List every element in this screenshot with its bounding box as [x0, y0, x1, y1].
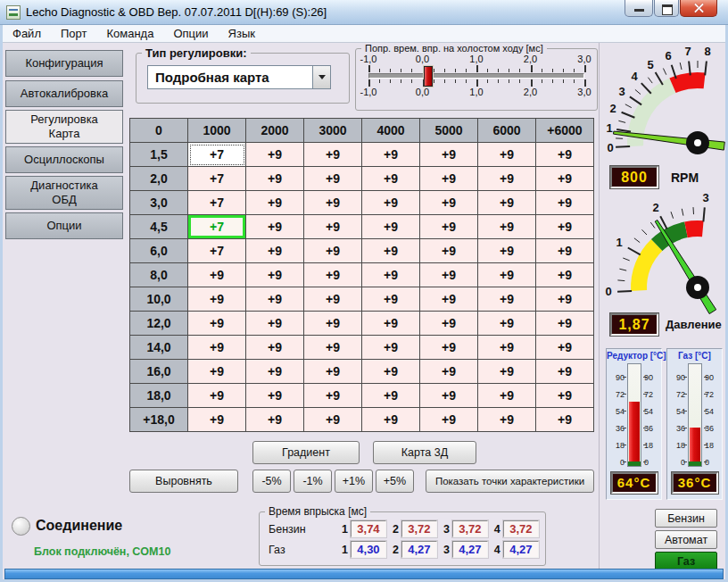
map-cell[interactable]: +9: [188, 312, 246, 336]
map-cell[interactable]: +9: [536, 167, 594, 191]
map-cell[interactable]: +9: [478, 360, 536, 384]
map-cell[interactable]: +9: [304, 263, 362, 287]
map-cell[interactable]: +9: [478, 215, 536, 239]
map-cell[interactable]: +9: [536, 191, 594, 215]
map-cell[interactable]: +9: [304, 287, 362, 312]
minus-1-percent-button[interactable]: -1%: [294, 470, 332, 493]
map-cell[interactable]: +9: [478, 336, 536, 360]
show-characteristic-points-button[interactable]: Показать точки характеристики: [426, 470, 594, 493]
map-cell[interactable]: +9: [246, 287, 304, 312]
sidebar-item-autocalibration[interactable]: Автокалибровка: [5, 80, 123, 107]
map-cell[interactable]: +9: [420, 167, 478, 191]
minimize-button[interactable]: [625, 0, 653, 17]
sidebar-item-configuration[interactable]: Конфигурация: [5, 50, 123, 77]
align-button[interactable]: Выровнять: [129, 470, 238, 493]
combobox-dropdown-button[interactable]: [312, 65, 331, 89]
map-cell[interactable]: +7: [188, 143, 246, 167]
adjustment-type-combobox[interactable]: Подробная карта: [147, 65, 331, 89]
map-cell[interactable]: +9: [420, 239, 478, 263]
map-cell[interactable]: +9: [246, 215, 304, 239]
map-cell[interactable]: +9: [536, 384, 594, 408]
map-cell[interactable]: +9: [304, 408, 362, 432]
gradient-button[interactable]: Градиент: [252, 441, 360, 464]
map-cell[interactable]: +9: [246, 336, 304, 360]
map-cell[interactable]: +9: [536, 287, 594, 312]
map-cell[interactable]: +9: [478, 263, 536, 287]
menu-port[interactable]: Порт: [51, 27, 96, 40]
maximize-button[interactable]: [654, 0, 679, 17]
fuel-mode-auto-button[interactable]: Автомат: [655, 530, 717, 549]
map-cell[interactable]: +9: [246, 239, 304, 263]
map-cell[interactable]: +9: [304, 312, 362, 336]
close-button[interactable]: [680, 0, 717, 17]
map-cell[interactable]: +9: [420, 384, 478, 408]
map-cell[interactable]: +9: [246, 408, 304, 432]
map-cell[interactable]: +9: [188, 263, 246, 287]
map-cell[interactable]: +9: [420, 263, 478, 287]
map-cell[interactable]: +9: [246, 263, 304, 287]
plus-5-percent-button[interactable]: +5%: [376, 470, 414, 493]
map-cell[interactable]: +9: [420, 360, 478, 384]
map-cell[interactable]: +9: [478, 384, 536, 408]
map-cell[interactable]: +9: [478, 167, 536, 191]
map-cell[interactable]: +9: [420, 287, 478, 312]
map-cell[interactable]: +7: [188, 167, 246, 191]
sidebar-item-oscilloscopes[interactable]: Осциллоскопы: [5, 146, 123, 173]
map-cell[interactable]: +9: [362, 360, 420, 384]
map-cell[interactable]: +9: [362, 312, 420, 336]
map-cell[interactable]: +9: [478, 239, 536, 263]
map-cell[interactable]: +9: [420, 336, 478, 360]
map-cell[interactable]: +9: [304, 384, 362, 408]
combobox-value[interactable]: Подробная карта: [147, 65, 312, 89]
map-cell[interactable]: +9: [536, 239, 594, 263]
map-cell[interactable]: +9: [420, 408, 478, 432]
sidebar-item-map-adjustment[interactable]: Регулировка Карта: [5, 110, 123, 144]
map-cell[interactable]: +9: [478, 287, 536, 312]
map-cell[interactable]: +9: [362, 408, 420, 432]
map-cell[interactable]: +9: [478, 191, 536, 215]
plus-1-percent-button[interactable]: +1%: [335, 470, 373, 493]
map-cell[interactable]: +7: [188, 239, 246, 263]
map-cell[interactable]: +9: [246, 143, 304, 167]
sidebar-item-obd-diagnostics[interactable]: Диагностика ОБД: [5, 176, 123, 210]
map-cell[interactable]: +9: [304, 215, 362, 239]
map-cell[interactable]: +9: [304, 143, 362, 167]
map-cell[interactable]: +9: [304, 167, 362, 191]
slider-track[interactable]: [368, 73, 584, 79]
map-cell[interactable]: +9: [304, 336, 362, 360]
map-cell[interactable]: +9: [188, 408, 246, 432]
map-cell[interactable]: +9: [362, 336, 420, 360]
map-cell[interactable]: +7: [188, 215, 246, 239]
map-cell[interactable]: +9: [362, 167, 420, 191]
map-cell[interactable]: +9: [536, 312, 594, 336]
map-cell[interactable]: +9: [362, 263, 420, 287]
map-cell[interactable]: +9: [362, 384, 420, 408]
map-cell[interactable]: +9: [478, 312, 536, 336]
map-cell[interactable]: +9: [246, 312, 304, 336]
map-cell[interactable]: +9: [536, 263, 594, 287]
map-cell[interactable]: +9: [420, 312, 478, 336]
map-cell[interactable]: +9: [536, 408, 594, 432]
map-cell[interactable]: +9: [420, 215, 478, 239]
map-cell[interactable]: +9: [246, 384, 304, 408]
map-cell[interactable]: +9: [188, 360, 246, 384]
map-cell[interactable]: +7: [188, 191, 246, 215]
map-cell[interactable]: +9: [188, 287, 246, 312]
map-cell[interactable]: +9: [536, 336, 594, 360]
sidebar-item-options[interactable]: Опции: [5, 212, 123, 239]
map-cell[interactable]: +9: [362, 287, 420, 312]
fuel-mode-petrol-button[interactable]: Бензин: [655, 509, 717, 528]
menu-command[interactable]: Команда: [96, 27, 163, 40]
menu-file[interactable]: Файл: [3, 27, 51, 40]
map-cell[interactable]: +9: [246, 191, 304, 215]
map-3d-button[interactable]: Карта 3Д: [373, 441, 476, 464]
map-cell[interactable]: +9: [304, 239, 362, 263]
map-cell[interactable]: +9: [478, 408, 536, 432]
map-cell[interactable]: +9: [536, 143, 594, 167]
menu-options[interactable]: Опции: [163, 27, 218, 40]
map-cell[interactable]: +9: [304, 360, 362, 384]
map-cell[interactable]: +9: [420, 191, 478, 215]
map-cell[interactable]: +9: [536, 215, 594, 239]
map-cell[interactable]: +9: [188, 336, 246, 360]
menu-language[interactable]: Язык: [219, 27, 265, 40]
